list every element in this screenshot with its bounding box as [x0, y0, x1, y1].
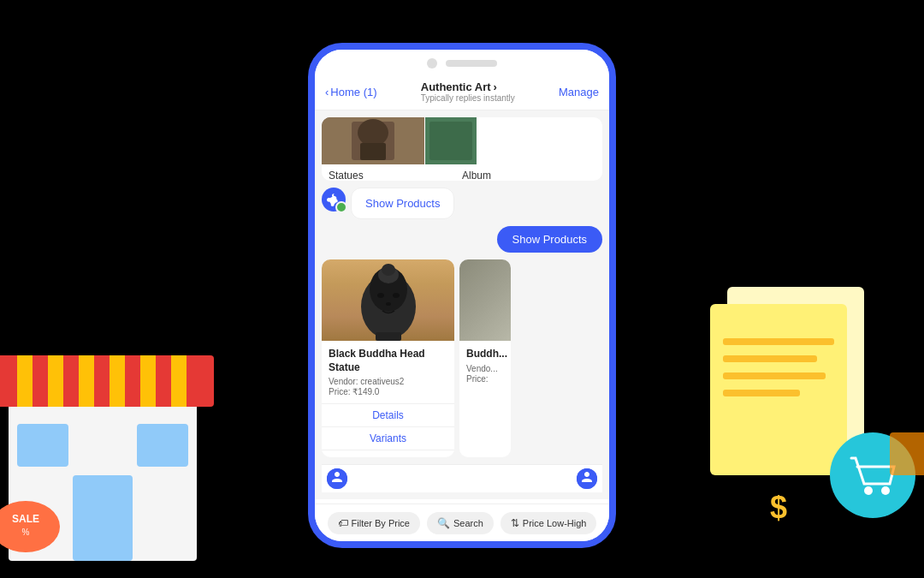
product-name-1: Black Buddha Head Statue	[329, 348, 447, 374]
svg-rect-17	[723, 355, 817, 362]
svg-rect-9	[17, 424, 68, 467]
product-card-2: Buddh... Vendo... Price:	[459, 259, 511, 457]
bot-icon	[327, 193, 341, 206]
svg-rect-16	[723, 338, 834, 345]
search-icon: 🔍	[437, 517, 450, 529]
search-button[interactable]: 🔍 Search	[427, 512, 494, 534]
bottom-actions-row	[322, 464, 602, 492]
chat-title: Authentic Art ›	[421, 80, 515, 93]
sort-label: Price Low-High	[523, 518, 587, 528]
product-actions-1: Details Variants Buy	[322, 403, 454, 457]
product-info-2: Buddh... Vendo... Price:	[459, 341, 511, 390]
bottom-left-avatar	[327, 468, 347, 489]
show-products-button[interactable]: Show Products	[497, 226, 602, 253]
product-vendor-2: Vendo...	[466, 364, 504, 373]
svg-rect-2	[17, 355, 33, 407]
bottom-right-avatar	[577, 468, 597, 489]
album-label: Album	[462, 170, 595, 181]
statues-label: Statues	[329, 170, 462, 181]
phone-frame: ‹ Home (1) Authentic Art › Typically rep…	[308, 43, 616, 548]
svg-rect-18	[723, 372, 826, 379]
statues-image	[322, 117, 424, 164]
product-price-2: Price:	[466, 374, 504, 384]
bot-avatar	[322, 188, 346, 212]
sort-price-button[interactable]: ⇅ Price Low-High	[500, 512, 597, 534]
category-labels: Statues Album	[322, 164, 602, 181]
product-card-1: Black Buddha Head Statue Vendor: creativ…	[322, 259, 454, 457]
back-button[interactable]: ‹ Home (1)	[325, 86, 377, 98]
svg-rect-10	[137, 424, 188, 467]
product-image-1	[322, 259, 454, 341]
product-image-2	[459, 259, 511, 341]
svg-text:$: $	[770, 490, 787, 525]
variants-button[interactable]: Variants	[322, 426, 454, 450]
svg-rect-6	[140, 355, 156, 407]
speaker-bar	[446, 60, 497, 67]
chat-subtitle: Typically replies instantly	[421, 93, 515, 103]
svg-point-35	[377, 293, 384, 298]
category-row: Statues Album	[322, 117, 602, 181]
svg-point-21	[864, 486, 873, 495]
svg-rect-4	[79, 355, 94, 407]
svg-point-37	[386, 302, 391, 306]
product-vendor-1: Vendor: creativeus2	[329, 377, 447, 386]
product-name-2: Buddh...	[466, 348, 504, 361]
svg-text:SALE: SALE	[12, 513, 39, 525]
filter-by-price-button[interactable]: 🏷 Filter By Price	[328, 512, 420, 534]
svg-rect-30	[429, 122, 472, 160]
camera-dot	[427, 58, 437, 69]
filter-label: Filter By Price	[352, 518, 410, 528]
svg-rect-19	[723, 390, 800, 396]
user-message-show-products: Show Products	[322, 226, 602, 253]
product-image-2-bg	[459, 259, 511, 341]
show-products-left-bubble: Show Products	[351, 188, 454, 219]
products-row: Black Buddha Head Statue Vendor: creativ…	[322, 259, 602, 457]
svg-rect-24	[890, 432, 924, 475]
category-images	[322, 117, 602, 164]
details-button[interactable]: Details	[322, 403, 454, 426]
svg-point-22	[881, 486, 890, 495]
manage-button[interactable]: Manage	[559, 86, 599, 98]
invoice-illustration: $	[693, 270, 924, 561]
search-label: Search	[453, 518, 483, 528]
bot-message-show-products: Show Products	[322, 188, 602, 219]
buy-button[interactable]: Buy	[322, 450, 454, 457]
svg-rect-38	[376, 332, 401, 341]
product-price-1: Price: ₹149.0	[329, 387, 447, 396]
chat-body: Statues Album Show Products Show Product…	[315, 110, 609, 499]
chat-header-center: Authentic Art › Typically replies instan…	[421, 80, 515, 103]
store-illustration: SALE %	[0, 218, 222, 578]
product-info-1: Black Buddha Head Statue Vendor: creativ…	[322, 341, 454, 403]
chat-header: ‹ Home (1) Authentic Art › Typically rep…	[315, 74, 609, 110]
sort-icon: ⇅	[511, 517, 519, 529]
svg-point-27	[358, 119, 388, 146]
bottom-bar: 🏷 Filter By Price 🔍 Search ⇅ Price Low-H…	[315, 504, 609, 541]
svg-text:%: %	[22, 527, 30, 537]
svg-rect-3	[48, 355, 63, 407]
back-label: Home (1)	[330, 86, 376, 98]
svg-rect-8	[73, 475, 133, 561]
buddha-image	[322, 259, 454, 341]
phone-notch	[315, 50, 609, 74]
svg-rect-7	[171, 355, 187, 407]
album-image	[425, 117, 477, 164]
svg-rect-28	[360, 143, 386, 160]
svg-rect-5	[110, 355, 125, 407]
svg-point-36	[393, 293, 400, 298]
filter-icon: 🏷	[338, 517, 348, 529]
svg-point-34	[382, 264, 395, 276]
